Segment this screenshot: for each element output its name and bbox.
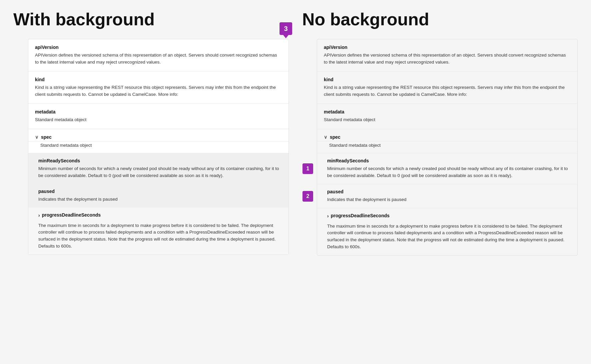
badge-1-right: 1 (302, 163, 313, 174)
left-panel: apiVersion APIVersion defines the versio… (28, 39, 289, 255)
badge-2-right: 2 (302, 191, 313, 202)
left-field-kind: kind Kind is a string value representing… (28, 72, 289, 104)
right-field-metadata: metadata Standard metadata object (317, 104, 577, 129)
right-field-apiversion-desc: APIVersion defines the versioned schema … (324, 52, 571, 66)
left-subfield-minready-name: minReadySeconds (38, 158, 282, 163)
right-subfield-minready: minReadySeconds Minimum number of second… (317, 153, 577, 184)
right-column: No background apiVersion APIVersion defi… (302, 10, 578, 256)
right-subfield-minready-desc: Minimum number of seconds for which a ne… (327, 165, 571, 179)
right-spec-desc: Standard metadata object (317, 141, 577, 153)
right-subfield-paused: paused Indicates that the deployment is … (317, 184, 577, 208)
left-subfield-progress-desc: The maximum time in seconds for a deploy… (38, 222, 282, 250)
right-spec-name: spec (330, 134, 340, 140)
right-spec-header[interactable]: ∨ spec (317, 129, 577, 141)
right-subfield-paused-desc: Indicates that the deployment is paused (327, 196, 571, 203)
right-field-apiversion: apiVersion APIVersion defines the versio… (317, 39, 577, 72)
right-subfield-minready-wrapper: 1 minReadySeconds Minimum number of seco… (317, 153, 577, 184)
right-subfield-paused-name: paused (327, 189, 571, 194)
right-subfield-progress-header: › progressDeadlineSeconds (327, 213, 571, 220)
left-subfield-progress-header: › progressDeadlineSeconds (38, 212, 282, 220)
right-subfield-progress: › progressDeadlineSeconds The maximum ti… (317, 208, 577, 256)
right-field-kind-desc: Kind is a string value representing the … (324, 84, 571, 98)
left-subfield-minready: minReadySeconds Minimum number of second… (28, 153, 289, 184)
left-field-metadata: metadata Standard metadata object (28, 104, 289, 129)
right-subfield-progress-name: progressDeadlineSeconds (331, 213, 390, 218)
page: With background 3 apiVersion APIVersion … (0, 0, 591, 266)
left-subfield-minready-desc: Minimum number of seconds for which a ne… (38, 165, 282, 179)
left-spec-header[interactable]: ∨ spec (28, 129, 289, 141)
left-subfield-paused-wrapper: 2 paused Indicates that the deployment i… (28, 184, 289, 208)
right-subfield-progress-desc: The maximum time in seconds for a deploy… (327, 223, 571, 251)
right-panel: apiVersion APIVersion defines the versio… (317, 39, 578, 256)
left-subfield-paused: paused Indicates that the deployment is … (28, 184, 289, 208)
left-subfields: 1 minReadySeconds Minimum number of seco… (28, 153, 289, 255)
left-subfield-paused-name: paused (38, 189, 282, 194)
left-title: With background (13, 10, 289, 29)
right-subfields: 1 minReadySeconds Minimum number of seco… (317, 153, 577, 255)
left-field-metadata-name: metadata (35, 109, 282, 114)
left-field-kind-desc: Kind is a string value representing the … (35, 84, 282, 98)
left-field-kind-name: kind (35, 77, 282, 82)
right-field-kind-name: kind (324, 77, 571, 82)
right-subfield-minready-name: minReadySeconds (327, 158, 571, 163)
left-subfield-paused-desc: Indicates that the deployment is paused (38, 196, 282, 203)
left-spec-section: ∨ spec Standard metadata object (28, 129, 289, 153)
right-spec-collapse-icon: ∨ (324, 134, 327, 140)
badge-3-callout: 3 (280, 22, 292, 35)
left-field-apiversion: apiVersion APIVersion defines the versio… (28, 39, 289, 72)
right-progress-expand-icon[interactable]: › (327, 213, 329, 219)
left-subfield-minready-wrapper: 1 minReadySeconds Minimum number of seco… (28, 153, 289, 184)
right-spec-section: ∨ spec Standard metadata object (317, 129, 577, 153)
right-title: No background (302, 10, 578, 29)
progress-expand-icon[interactable]: › (38, 213, 40, 218)
left-field-metadata-desc: Standard metadata object (35, 116, 282, 123)
left-column: With background 3 apiVersion APIVersion … (13, 10, 289, 256)
left-spec-desc: Standard metadata object (28, 141, 289, 153)
right-field-metadata-desc: Standard metadata object (324, 116, 571, 123)
left-spec-name: spec (41, 134, 52, 140)
right-field-apiversion-name: apiVersion (324, 45, 571, 50)
spec-collapse-icon: ∨ (35, 134, 38, 140)
left-field-apiversion-desc: APIVersion defines the versioned schema … (35, 52, 282, 66)
left-field-apiversion-name: apiVersion (35, 45, 282, 50)
right-field-metadata-name: metadata (324, 109, 571, 114)
right-field-kind: kind Kind is a string value representing… (317, 72, 577, 104)
left-subfield-progress-name: progressDeadlineSeconds (42, 212, 101, 218)
right-subfield-paused-wrapper: 2 paused Indicates that the deployment i… (317, 184, 577, 208)
left-subfield-progress: › progressDeadlineSeconds The maximum ti… (28, 208, 289, 255)
